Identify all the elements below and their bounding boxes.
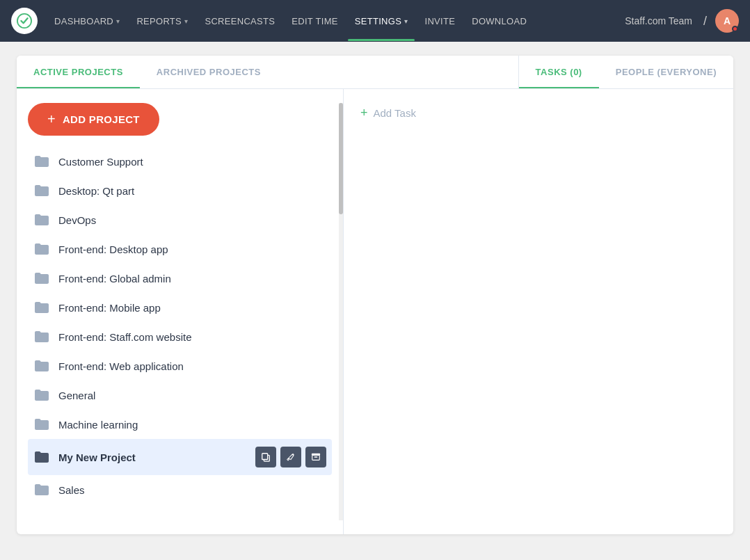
right-panel: + Add Task [344,89,733,534]
projects-card: ACTIVE PROJECTS ARCHIVED PROJECTS TASKS … [17,56,733,534]
list-item[interactable]: My New Project [28,439,332,475]
list-item[interactable]: Front-end: Desktop app [28,234,332,264]
logo[interactable] [11,8,38,34]
nav-item-download[interactable]: DOWNLOAD [465,12,534,31]
folder-icon [33,330,50,344]
nav-item-edit-time[interactable]: EDIT TIME [285,12,345,31]
team-name[interactable]: Staff.com Team [625,15,692,26]
nav-item-settings[interactable]: SETTINGS ▾ [348,12,415,31]
scrollbar-track[interactable] [339,103,343,520]
copy-button[interactable] [255,447,276,467]
add-task-label: Add Task [374,107,416,119]
folder-icon [33,184,50,198]
list-item[interactable]: DevOps [28,205,332,234]
edit-button[interactable] [280,447,301,467]
list-item[interactable]: Front-end: Staff.com website [28,322,332,351]
scrollbar-thumb[interactable] [339,103,343,214]
notification-dot [732,26,738,32]
top-navigation: DASHBOARD ▾ REPORTS ▾ SCREENCASTS EDIT T… [0,0,750,42]
content-layout: + ADD PROJECT Customer Support [17,89,733,534]
svg-rect-4 [312,455,320,460]
add-task-row[interactable]: + Add Task [358,100,719,126]
tab-divider [278,56,519,88]
folder-icon [33,417,50,431]
list-item[interactable]: Machine learning [28,410,332,439]
list-item[interactable]: Front-end: Global admin [28,264,332,293]
tab-people[interactable]: PEOPLE (EVERYONE) [599,56,733,88]
tabs-row: ACTIVE PROJECTS ARCHIVED PROJECTS TASKS … [17,56,733,89]
nav-item-screencasts[interactable]: SCREENCASTS [198,12,282,31]
main-content: ACTIVE PROJECTS ARCHIVED PROJECTS TASKS … [0,42,750,548]
tab-active-projects[interactable]: ACTIVE PROJECTS [17,56,140,88]
folder-icon [33,359,50,373]
chevron-down-icon: ▾ [404,17,408,25]
folder-icon [33,213,50,227]
list-item[interactable]: Sales [28,475,332,504]
list-item[interactable]: Front-end: Web application [28,351,332,381]
folder-icon [33,483,50,497]
avatar[interactable]: A [715,9,739,33]
tab-tasks[interactable]: TASKS (0) [519,56,599,88]
plus-icon: + [47,111,56,127]
project-actions [255,447,326,467]
folder-icon [33,154,50,168]
folder-icon [33,271,50,285]
folder-icon [33,388,50,402]
add-project-button[interactable]: + ADD PROJECT [28,103,159,136]
folder-icon [33,242,50,256]
chevron-down-icon: ▾ [116,17,120,25]
left-panel: + ADD PROJECT Customer Support [17,89,344,534]
archive-button[interactable] [305,447,326,467]
chevron-down-icon: ▾ [184,17,188,25]
folder-icon [33,301,50,314]
notifications-icon[interactable]: / [703,14,707,29]
nav-item-reports[interactable]: REPORTS ▾ [129,12,195,31]
nav-item-dashboard[interactable]: DASHBOARD ▾ [47,12,127,31]
list-item[interactable]: Desktop: Qt part [28,176,332,205]
project-list: Customer Support Desktop: Qt part [28,147,332,504]
list-item[interactable]: Front-end: Mobile app [28,293,332,322]
nav-item-invite[interactable]: INVITE [417,12,462,31]
list-item[interactable]: Customer Support [28,147,332,176]
list-item[interactable]: General [28,381,332,410]
svg-rect-2 [262,454,268,460]
folder-icon [33,450,50,464]
tab-archived-projects[interactable]: ARCHIVED PROJECTS [140,56,278,88]
add-task-plus-icon: + [360,106,368,120]
